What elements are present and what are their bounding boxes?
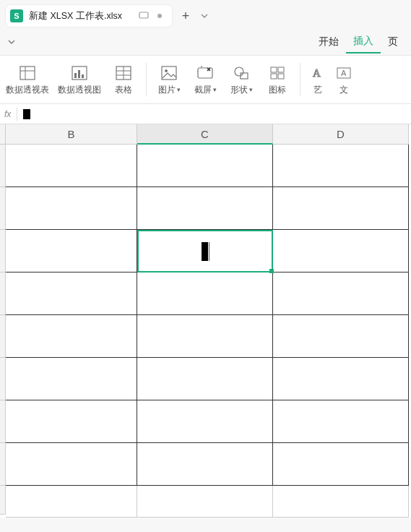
cell[interactable] [137, 486, 273, 518]
screenshot-button[interactable]: 截屏▾ [189, 58, 222, 101]
menu-tab-page[interactable]: 页 [381, 31, 405, 53]
column-header-b[interactable]: B [6, 124, 137, 145]
svg-rect-6 [74, 73, 77, 78]
cell-edit-cursor [202, 242, 208, 261]
active-cell[interactable] [137, 230, 273, 273]
cell[interactable] [6, 358, 137, 400]
chevron-down-icon: ▾ [249, 86, 253, 93]
cell[interactable] [137, 187, 273, 230]
cell[interactable] [6, 187, 137, 230]
column-header-d[interactable]: D [273, 124, 409, 145]
pivot-chart-icon [71, 64, 88, 82]
cell[interactable] [6, 486, 137, 518]
presentation-mode-icon[interactable] [139, 11, 149, 21]
cell[interactable] [137, 145, 273, 187]
cell[interactable] [6, 400, 137, 443]
row-header[interactable] [0, 273, 6, 315]
cell[interactable] [137, 315, 273, 358]
menu-tab-start[interactable]: 开始 [311, 31, 346, 53]
svg-rect-18 [271, 67, 277, 72]
svg-point-16 [235, 67, 243, 76]
icons-label: 图标 [269, 85, 286, 95]
cell[interactable] [273, 358, 409, 400]
svg-rect-7 [78, 70, 80, 78]
svg-rect-20 [271, 74, 277, 79]
pivot-table-label: 数据透视表 [6, 85, 49, 95]
row-header[interactable] [0, 187, 6, 230]
title-bar: S 新建 XLSX 工作表.xlsx + [0, 0, 411, 29]
chevron-down-icon: ▾ [177, 86, 181, 93]
cell[interactable] [137, 443, 273, 486]
text-caret [209, 242, 209, 261]
cell[interactable] [273, 443, 409, 486]
svg-point-1 [157, 14, 162, 18]
new-tab-menu-icon[interactable] [199, 11, 209, 21]
row-header[interactable] [0, 315, 6, 358]
fx-label[interactable]: fx [4, 109, 11, 119]
cell[interactable] [273, 315, 409, 358]
ribbon-separator [300, 63, 300, 96]
pivot-chart-label: 数据透视图 [58, 85, 101, 95]
spreadsheet-doc-icon: S [10, 9, 23, 22]
row-header[interactable] [0, 145, 6, 187]
cell[interactable] [137, 400, 273, 443]
table-icon [115, 64, 132, 82]
cell[interactable] [273, 486, 409, 518]
svg-rect-8 [82, 74, 84, 78]
column-header-c[interactable]: C [137, 124, 273, 145]
pivot-table-icon [19, 64, 36, 82]
file-tab-title: 新建 XLSX 工作表.xlsx [29, 10, 133, 22]
cell[interactable] [6, 273, 137, 315]
fill-handle[interactable] [269, 269, 274, 273]
row-header[interactable] [0, 358, 6, 400]
new-tab-button[interactable]: + [178, 8, 194, 24]
select-all-corner[interactable] [0, 124, 6, 145]
cell[interactable] [6, 443, 137, 486]
svg-rect-2 [20, 66, 35, 80]
quick-access-dropdown-icon[interactable] [6, 38, 17, 46]
svg-text:A: A [313, 67, 321, 79]
cell[interactable] [137, 273, 273, 315]
cell[interactable] [273, 273, 409, 315]
fx-separator [17, 108, 17, 121]
row-header[interactable] [0, 230, 6, 273]
wordart-icon: A [309, 64, 326, 82]
spreadsheet-grid[interactable]: B C D [0, 124, 411, 518]
menu-tab-insert[interactable]: 插入 [346, 30, 381, 53]
svg-rect-21 [278, 74, 284, 79]
wordart-button[interactable]: A 艺 [306, 58, 329, 101]
icons-button[interactable]: 图标 [261, 58, 294, 101]
picture-label: 图片▾ [158, 85, 181, 95]
table-button[interactable]: 表格 [107, 58, 140, 101]
cell[interactable] [273, 230, 409, 273]
cells-area[interactable] [6, 145, 409, 518]
menu-bar: 开始 插入 页 [0, 29, 411, 55]
svg-rect-15 [198, 68, 212, 78]
cell[interactable] [6, 315, 137, 358]
shapes-label: 形状▾ [230, 85, 253, 95]
row-header-column [0, 145, 6, 518]
pivot-table-button[interactable]: 数据透视表 [3, 58, 52, 101]
formula-value-cursor[interactable] [23, 109, 30, 119]
picture-button[interactable]: 图片▾ [152, 58, 186, 101]
cell[interactable] [6, 145, 137, 187]
cell[interactable] [137, 358, 273, 400]
textbox-icon: A [335, 64, 352, 82]
pivot-chart-button[interactable]: 数据透视图 [55, 58, 104, 101]
cell[interactable] [273, 400, 409, 443]
row-header[interactable] [0, 443, 6, 486]
svg-point-14 [165, 69, 168, 72]
formula-bar: fx [0, 104, 411, 124]
cell[interactable] [273, 187, 409, 230]
tab-menu-dot-icon[interactable] [155, 11, 165, 21]
ribbon-separator [146, 63, 147, 96]
row-header[interactable] [0, 400, 6, 443]
cell[interactable] [273, 145, 409, 187]
shapes-button[interactable]: 形状▾ [225, 58, 258, 101]
picture-icon [160, 64, 178, 82]
cell[interactable] [6, 230, 137, 273]
textbox-button[interactable]: A 文 [332, 58, 355, 101]
svg-rect-17 [241, 73, 248, 79]
file-tab[interactable]: S 新建 XLSX 工作表.xlsx [6, 5, 172, 27]
row-header[interactable] [0, 486, 6, 515]
